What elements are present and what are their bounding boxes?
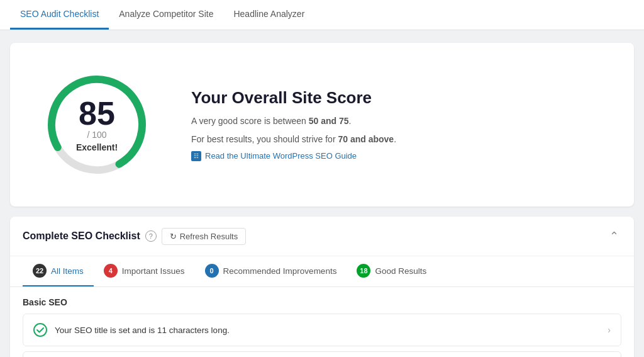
score-desc1: A very good score is between 50 and 75.: [191, 114, 396, 128]
filter-tab-issues[interactable]: 4 Important Issues: [94, 256, 195, 286]
basic-seo-title: Basic SEO: [23, 297, 621, 307]
badge-issues: 4: [104, 264, 118, 278]
tab-competitor[interactable]: Analyze Competitor Site: [109, 0, 223, 30]
checklist-item-seo-title[interactable]: Your SEO title is set and is 11 characte…: [23, 314, 621, 346]
good-check-icon: [33, 323, 47, 337]
checklist-header: Complete SEO Checklist ? ↻ Refresh Resul…: [10, 217, 634, 256]
filter-tab-good[interactable]: 18 Good Results: [347, 256, 436, 286]
gauge-score: 85: [76, 97, 118, 130]
filter-label-improvements: Recommended Improvements: [223, 266, 337, 276]
refresh-button[interactable]: ↻ Refresh Results: [162, 228, 246, 245]
badge-good: 18: [357, 264, 370, 278]
filter-label-good: Good Results: [375, 266, 426, 276]
score-title: Your Overall Site Score: [191, 88, 396, 108]
filter-label-all: All Items: [51, 266, 84, 276]
tabs-bar: SEO Audit Checklist Analyze Competitor S…: [0, 0, 644, 30]
help-icon[interactable]: ?: [145, 230, 157, 242]
filter-tab-all[interactable]: 22 All Items: [23, 256, 94, 286]
checklist-title: Complete SEO Checklist: [23, 230, 140, 242]
gauge-label: Excellent!: [76, 142, 118, 152]
refresh-icon: ↻: [170, 232, 177, 241]
score-desc2: For best results, you should strive for …: [191, 132, 396, 146]
gauge-center: 85 / 100 Excellent!: [76, 97, 118, 152]
filter-label-issues: Important Issues: [122, 266, 185, 276]
link-icon: ☷: [191, 151, 201, 161]
chevron-right-icon: ›: [608, 325, 611, 335]
checklist-section: Complete SEO Checklist ? ↻ Refresh Resul…: [10, 217, 634, 357]
item-left-seo-title: Your SEO title is set and is 11 characte…: [33, 323, 230, 337]
score-guide-link[interactable]: ☷ Read the Ultimate WordPress SEO Guide: [191, 151, 396, 161]
score-link-text: Read the Ultimate WordPress SEO Guide: [205, 151, 357, 161]
checklist-title-group: Complete SEO Checklist ? ↻ Refresh Resul…: [23, 228, 246, 245]
badge-improvements: 0: [205, 264, 219, 278]
item-text-seo-title: Your SEO title is set and is 11 characte…: [55, 326, 230, 335]
tab-headline[interactable]: Headline Analyzer: [223, 0, 314, 30]
checklist-content: Basic SEO Your SEO title is set and is 1…: [10, 287, 634, 357]
filter-tabs: 22 All Items 4 Important Issues 0 Recomm…: [10, 256, 634, 287]
filter-tab-improvements[interactable]: 0 Recommended Improvements: [195, 256, 347, 286]
collapse-button[interactable]: ⌃: [607, 227, 621, 246]
refresh-label: Refresh Results: [180, 232, 238, 241]
score-card: 85 / 100 Excellent! Your Overall Site Sc…: [10, 43, 634, 207]
score-gauge: 85 / 100 Excellent!: [40, 68, 153, 181]
tab-seo-audit[interactable]: SEO Audit Checklist: [10, 0, 109, 30]
svg-point-2: [34, 324, 47, 336]
score-info: Your Overall Site Score A very good scor…: [191, 88, 396, 161]
checklist-item-meta-desc[interactable]: No meta description was found for your p…: [23, 351, 621, 357]
badge-all: 22: [33, 264, 47, 278]
